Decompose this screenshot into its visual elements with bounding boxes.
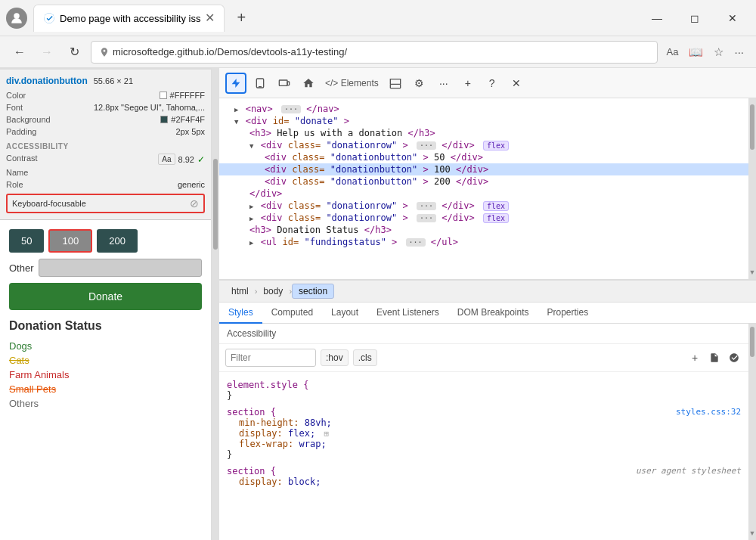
close-button[interactable]: ✕: [715, 6, 750, 30]
dom-donationbutton-200-line[interactable]: <div class= "donationbutton" > 200 </div…: [219, 175, 748, 188]
restore-button[interactable]: ◻: [677, 6, 712, 30]
cls-filter[interactable]: .cls: [353, 349, 377, 366]
breadcrumb-section[interactable]: section: [292, 284, 334, 299]
favorites-icon[interactable]: ☆: [711, 42, 727, 62]
flex-icon: ⊞: [324, 429, 329, 439]
more-tabs-tool[interactable]: +: [457, 73, 479, 94]
console-drawer-tool[interactable]: [385, 73, 406, 94]
browser-tab[interactable]: Demo page with accessibility iss ✕: [33, 5, 225, 32]
donate-200-button[interactable]: 200: [97, 229, 138, 253]
styles-scroll-down[interactable]: ▼: [748, 529, 756, 537]
tab-styles[interactable]: Styles: [219, 303, 262, 324]
left-scroll-thumb[interactable]: [213, 159, 218, 250]
dom-h3-donation-line[interactable]: <h3> Help us with a donation </h3>: [219, 127, 748, 139]
inspect-bg-value: #2F4F4F: [160, 115, 205, 124]
styles-scroll-thumb[interactable]: [750, 327, 754, 357]
tab-title: Demo page with accessibility iss: [60, 13, 200, 24]
tab-layout[interactable]: Layout: [322, 303, 367, 324]
dom-donationrow-1-line[interactable]: ▼ <div class= "donationrow" > ··· </div>…: [219, 139, 748, 151]
new-tab-button[interactable]: +: [231, 8, 252, 29]
dom-div-donate-line[interactable]: ▼ <div id= "donate" >: [219, 115, 748, 127]
donate-100-button[interactable]: 100: [48, 229, 92, 253]
scroll-down-arrow[interactable]: ▼: [748, 268, 756, 276]
dom-donationrow-2-line[interactable]: ▶ <div class= "donationrow" > ··· </div>…: [219, 200, 748, 212]
reading-mode-icon[interactable]: 📖: [686, 42, 706, 62]
home-tool[interactable]: [298, 73, 319, 94]
dom-donationbutton-50-line[interactable]: <div class= "donationbutton" > 50 </div>: [219, 151, 748, 163]
dom-h3-status-line[interactable]: <h3> Donation Status </h3>: [219, 224, 748, 236]
toggle-element-state-icon[interactable]: [726, 349, 742, 366]
add-style-rule-icon[interactable]: +: [686, 349, 703, 366]
filter-icons: +: [686, 349, 742, 366]
dom-close-div-line[interactable]: </div>: [219, 188, 748, 200]
device-emulation-tool[interactable]: [249, 73, 271, 94]
help-tool[interactable]: ?: [482, 73, 503, 94]
inspect-element-tool[interactable]: [225, 73, 246, 94]
settings-tool[interactable]: ⚙: [409, 73, 430, 94]
donate-button[interactable]: Donate: [9, 283, 202, 310]
tab-properties[interactable]: Properties: [538, 303, 598, 324]
donate-other-label: Other: [9, 262, 34, 274]
translate-icon[interactable]: Aa: [664, 43, 682, 61]
styles-source-link[interactable]: styles.css:32: [676, 407, 741, 417]
refresh-button[interactable]: ↻: [64, 42, 85, 63]
dom-donationrow-3-line[interactable]: ▶ <div class= "donationrow" > ··· </div>…: [219, 212, 748, 224]
devtools-elements-tab[interactable]: </> Elements: [322, 78, 382, 88]
dom-area: ▶ <nav> ··· </nav> ▼ <div id= "donate" >…: [219, 98, 756, 280]
profile-avatar[interactable]: [6, 8, 27, 29]
inspect-color-row: Color #FFFFFF: [6, 89, 205, 101]
triangle-icon[interactable]: ▼: [234, 118, 238, 126]
tab-dom-breakpoints[interactable]: DOM Breakpoints: [448, 303, 538, 324]
filter-bar: :hov .cls +: [219, 344, 748, 372]
tab-close-button[interactable]: ✕: [205, 12, 215, 24]
donate-other-row: Other: [9, 259, 202, 277]
new-style-rule-icon[interactable]: [706, 349, 723, 366]
minimize-button[interactable]: —: [640, 6, 674, 30]
tab-event-listeners[interactable]: Event Listeners: [367, 303, 448, 324]
inspect-bg-label: Background: [6, 115, 51, 124]
not-focusable-icon: ⊘: [190, 197, 199, 209]
hov-filter[interactable]: :hov: [321, 349, 349, 366]
filter-input[interactable]: [225, 349, 316, 367]
dom-ul-fundingstatus-line[interactable]: ▶ <ul id= "fundingstatus" > ··· </ul>: [219, 236, 748, 248]
customize-devtools-tool[interactable]: ···: [433, 73, 454, 94]
dom-donationbutton-100-line[interactable]: <div class= "donationbutton" > 100 </div…: [219, 163, 748, 175]
left-scrollbar[interactable]: [212, 68, 219, 540]
donate-50-button[interactable]: 50: [9, 229, 44, 253]
breadcrumb-html[interactable]: html: [225, 284, 255, 298]
triangle-icon[interactable]: ▶: [234, 106, 238, 113]
triangle-icon[interactable]: ▶: [249, 239, 253, 247]
close-devtools-button[interactable]: ✕: [506, 73, 527, 94]
triangle-icon[interactable]: ▶: [249, 203, 253, 210]
inspect-padding-value: 2px 5px: [175, 127, 205, 136]
back-button[interactable]: ←: [9, 42, 30, 63]
dom-tree[interactable]: ▶ <nav> ··· </nav> ▼ <div id= "donate" >…: [219, 98, 748, 279]
element-style-close: }: [227, 390, 741, 401]
responsive-design-tool[interactable]: [274, 73, 295, 94]
dom-nav-line[interactable]: ▶ <nav> ··· </nav>: [219, 103, 748, 115]
donation-list-item: Others: [9, 396, 202, 411]
titlebar: Demo page with accessibility iss ✕ + — ◻…: [0, 0, 756, 36]
donate-other-input[interactable]: [39, 259, 202, 277]
donation-list-item: Dogs: [9, 339, 202, 353]
more-tools-icon[interactable]: ···: [731, 42, 747, 61]
dom-scrollbar[interactable]: ▼: [748, 98, 756, 279]
window-controls: — ◻ ✕: [640, 6, 750, 30]
triangle-icon[interactable]: ▼: [249, 142, 253, 150]
url-text: microsoftedge.github.io/Demos/devtools-a…: [113, 46, 347, 57]
webpage-preview: 50 100 200 Other Donate Donation Status …: [0, 220, 211, 540]
styles-scrollbar[interactable]: ▼: [748, 324, 756, 540]
section-rule: section { styles.css:32 min-height: 88vh…: [219, 404, 748, 463]
inspect-bg-row: Background #2F4F4F: [6, 113, 205, 126]
forward-button[interactable]: →: [36, 42, 57, 63]
address-bar[interactable]: microsoftedge.github.io/Demos/devtools-a…: [91, 41, 658, 64]
inspect-name-row: Name: [6, 166, 205, 178]
triangle-icon[interactable]: ▶: [249, 215, 253, 222]
breadcrumb-body[interactable]: body: [257, 284, 289, 298]
keyboard-focusable-box: Keyboard-focusable ⊘: [6, 194, 205, 213]
tab-computed[interactable]: Computed: [262, 303, 322, 324]
inspect-dimensions: 55.66 × 21: [94, 76, 133, 85]
accessibility-label: Accessibility: [219, 324, 748, 344]
contrast-badge: Aa: [158, 154, 175, 165]
dom-scroll-thumb[interactable]: [750, 104, 754, 150]
